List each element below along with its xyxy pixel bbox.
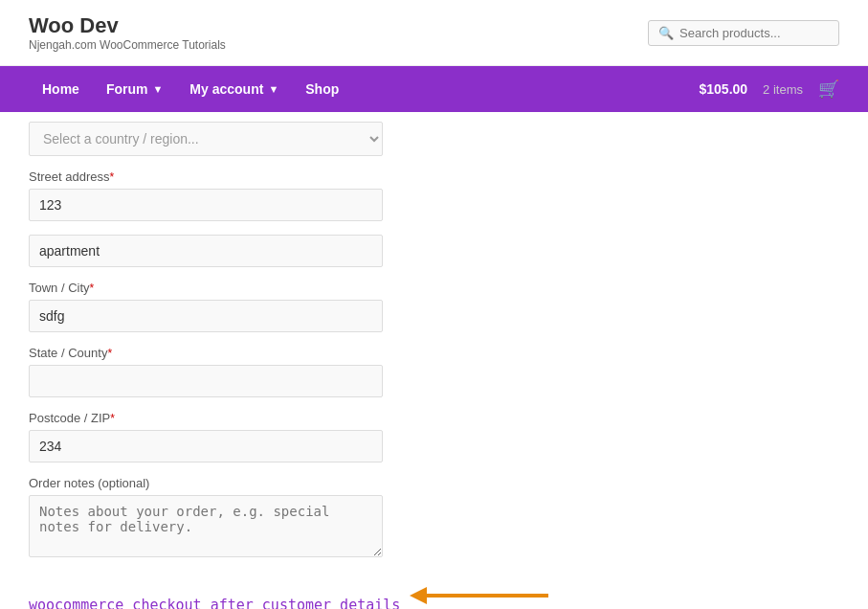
required-star: * bbox=[107, 347, 112, 360]
nav-item-myaccount[interactable]: My account ▼ bbox=[176, 66, 292, 112]
apartment-field bbox=[29, 235, 641, 267]
postcode-input[interactable] bbox=[29, 430, 383, 462]
cart-price: $105.00 bbox=[699, 81, 747, 97]
postcode-label: Postcode / ZIP* bbox=[29, 411, 641, 425]
hook-label: woocommerce_checkout_after_customer_deta… bbox=[29, 597, 400, 609]
town-input[interactable] bbox=[29, 300, 383, 332]
order-notes-label: Order notes (optional) bbox=[29, 476, 641, 490]
required-star: * bbox=[110, 412, 115, 425]
order-notes-field: Order notes (optional) bbox=[29, 476, 641, 560]
site-nav: Home Forum ▼ My account ▼ Shop $105.00 2… bbox=[0, 66, 868, 112]
order-notes-textarea[interactable] bbox=[29, 495, 383, 557]
street-address-label: Street address* bbox=[29, 169, 641, 184]
arrow-wrapper bbox=[410, 587, 548, 604]
required-star: * bbox=[110, 170, 115, 184]
apartment-input[interactable] bbox=[29, 235, 383, 267]
country-field: Select a country / region... bbox=[29, 122, 641, 156]
street-address-field: Street address* bbox=[29, 169, 641, 221]
site-tagline: Njengah.com WooCommerce Tutorials bbox=[29, 38, 226, 52]
nav-item-shop[interactable]: Shop bbox=[292, 66, 352, 112]
nav-right: $105.00 2 items 🛒 bbox=[699, 79, 839, 100]
site-branding: Woo Dev Njengah.com WooCommerce Tutorial… bbox=[29, 13, 226, 52]
search-input[interactable] bbox=[679, 26, 829, 40]
state-label: State / County* bbox=[29, 346, 641, 360]
chevron-down-icon: ▼ bbox=[152, 83, 163, 95]
cart-icon[interactable]: 🛒 bbox=[818, 79, 839, 100]
search-icon: 🔍 bbox=[658, 26, 674, 40]
country-select[interactable]: Select a country / region... bbox=[29, 122, 383, 156]
site-title: Woo Dev bbox=[29, 13, 226, 38]
state-input[interactable] bbox=[29, 365, 383, 397]
site-header: Woo Dev Njengah.com WooCommerce Tutorial… bbox=[0, 0, 868, 66]
postcode-field: Postcode / ZIP* bbox=[29, 411, 641, 462]
required-star: * bbox=[90, 282, 95, 295]
nav-item-forum[interactable]: Forum ▼ bbox=[93, 66, 176, 112]
town-label: Town / City* bbox=[29, 281, 641, 295]
state-field: State / County* bbox=[29, 346, 641, 397]
arrow-line bbox=[424, 594, 548, 598]
town-field: Town / City* bbox=[29, 281, 641, 332]
nav-left: Home Forum ▼ My account ▼ Shop bbox=[29, 66, 352, 112]
hook-row: woocommerce_checkout_after_customer_deta… bbox=[29, 577, 641, 609]
checkout-form: Select a country / region... Street addr… bbox=[0, 112, 670, 609]
street-address-input[interactable] bbox=[29, 189, 383, 221]
search-form[interactable]: 🔍 bbox=[648, 20, 839, 46]
nav-item-home[interactable]: Home bbox=[29, 66, 93, 112]
chevron-down-icon: ▼ bbox=[268, 83, 278, 95]
cart-items-count: 2 items bbox=[763, 82, 803, 97]
